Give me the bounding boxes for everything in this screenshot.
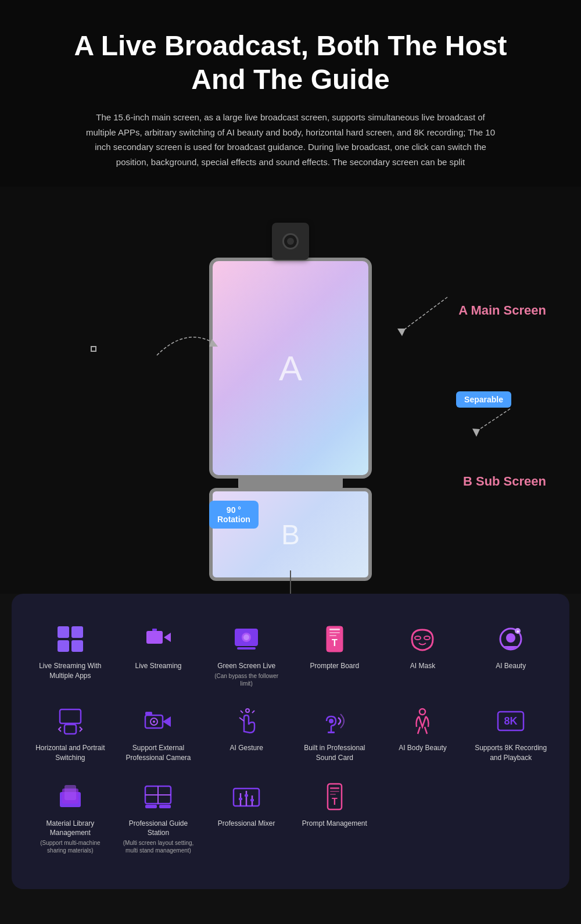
svg-point-22 — [506, 633, 515, 643]
ai-beauty-icon: ✦ — [494, 623, 527, 655]
ai-gesture-label: AI Gesture — [229, 743, 263, 753]
feature-ai-body: AI Body Beauty — [382, 699, 464, 769]
feature-prompt-mgmt: T Prompt Management — [293, 775, 376, 861]
guide-label: Professional Guide Station (Multi screen… — [120, 819, 198, 855]
svg-rect-16 — [329, 632, 340, 633]
svg-rect-55 — [245, 794, 248, 797]
prompt-mgmt-label: Prompt Management — [302, 819, 367, 829]
feature-empty2 — [469, 775, 552, 861]
svg-marker-1 — [472, 429, 480, 437]
features-row2: Horizontal and Portrait Switching Suppor… — [29, 699, 552, 769]
svg-marker-28 — [163, 716, 171, 727]
guide-icon — [142, 780, 174, 813]
features-section: Live Streaming With Multiple Apps Live S… — [12, 594, 569, 889]
svg-rect-31 — [145, 712, 152, 715]
green-screen-icon — [230, 623, 263, 655]
feature-empty1 — [382, 775, 464, 861]
svg-rect-9 — [152, 629, 157, 631]
svg-marker-8 — [164, 633, 171, 642]
prompter-icon: T — [318, 623, 351, 655]
sound-card-label: Built in Professional Sound Card — [296, 743, 374, 763]
svg-rect-48 — [145, 805, 157, 808]
feature-material: Material Library Management (Support mul… — [29, 775, 112, 861]
svg-rect-54 — [239, 798, 242, 800]
feature-horizontal: Horizontal and Portrait Switching — [29, 699, 112, 769]
mixer-label: Professional Mixer — [218, 819, 275, 829]
feature-prompter: T Prompter Board — [293, 617, 376, 693]
horizontal-label: Horizontal and Portrait Switching — [31, 743, 109, 763]
svg-point-34 — [329, 719, 333, 723]
svg-rect-6 — [71, 640, 83, 652]
sound-card-icon — [318, 705, 351, 737]
camera-lens-inner — [287, 238, 294, 245]
features-row3: Material Library Management (Support mul… — [29, 775, 552, 861]
separable-arrow — [464, 403, 522, 438]
svg-rect-59 — [330, 791, 339, 792]
svg-rect-3 — [58, 626, 69, 638]
main-screen-arrow — [383, 286, 453, 344]
feature-ext-camera: Support External Professional Camera — [117, 699, 200, 769]
svg-line-39 — [425, 727, 427, 734]
feature-8k: 8K Supports 8K Recording and Playback — [469, 699, 552, 769]
sub-screen-label: B Sub Screen — [463, 474, 546, 489]
svg-rect-25 — [60, 709, 81, 723]
svg-rect-56 — [250, 799, 254, 801]
live-multi-label: Live Streaming With Multiple Apps — [31, 661, 109, 681]
svg-rect-13 — [237, 647, 256, 650]
svg-text:✦: ✦ — [516, 629, 520, 634]
screen-a: A — [209, 258, 372, 479]
ai-mask-icon — [406, 623, 439, 655]
svg-rect-4 — [71, 626, 83, 638]
svg-text:T: T — [332, 797, 338, 807]
feature-ai-beauty: ✦ AI Beauty — [469, 617, 552, 693]
features-row1: Live Streaming With Multiple Apps Live S… — [29, 617, 552, 693]
svg-point-33 — [246, 709, 249, 712]
feature-mixer: Professional Mixer — [205, 775, 288, 861]
svg-marker-2 — [397, 329, 406, 336]
main-screen-label: A Main Screen — [458, 303, 546, 318]
svg-rect-17 — [329, 635, 336, 636]
ai-body-icon — [406, 705, 439, 737]
rotation-arrow — [151, 315, 221, 361]
subtitle-text: The 15.6-inch main screen, as a large li… — [81, 110, 500, 169]
svg-rect-49 — [159, 805, 171, 808]
header-section: A Live Broadcast, Both The Host And The … — [0, 0, 581, 187]
svg-line-38 — [418, 727, 420, 734]
svg-marker-0 — [209, 339, 218, 347]
svg-rect-5 — [58, 640, 69, 652]
device-section: 90 ° Rotation A Main Screen B Sub Screen… — [0, 187, 581, 594]
material-icon — [54, 780, 87, 813]
svg-point-30 — [153, 720, 155, 723]
svg-rect-44 — [64, 785, 76, 800]
svg-point-20 — [424, 636, 430, 640]
material-label: Material Library Management (Support mul… — [31, 819, 109, 855]
horizontal-icon — [54, 705, 87, 737]
ext-camera-icon — [142, 705, 174, 737]
prompter-label: Prompter Board — [310, 661, 359, 671]
camera-lens — [282, 233, 299, 249]
green-screen-label: Green Screen Live (Can bypass the follow… — [207, 661, 285, 687]
feature-guide: Professional Guide Station (Multi screen… — [117, 775, 200, 861]
svg-rect-58 — [330, 787, 339, 789]
feature-sound-card: Built in Professional Sound Card — [293, 699, 376, 769]
live-streaming-label: Live Streaming — [135, 661, 181, 671]
feature-ai-gesture: AI Gesture — [205, 699, 288, 769]
feature-ai-mask: AI Mask — [382, 617, 464, 693]
svg-text:T: T — [332, 638, 338, 648]
camera-module — [272, 223, 309, 260]
svg-point-19 — [415, 636, 421, 640]
rotation-badge: 90 ° Rotation — [209, 501, 259, 529]
feature-green-screen: Green Screen Live (Can bypass the follow… — [205, 617, 288, 693]
svg-point-37 — [419, 709, 425, 715]
svg-rect-36 — [328, 732, 335, 733]
ai-beauty-label: AI Beauty — [496, 661, 526, 671]
live-streaming-icon — [142, 623, 174, 655]
ai-mask-label: AI Mask — [410, 661, 435, 671]
rotation-indicator — [91, 346, 96, 352]
svg-rect-60 — [330, 794, 336, 795]
live-multi-icon — [54, 623, 87, 655]
svg-rect-15 — [329, 629, 340, 630]
main-title: A Live Broadcast, Both The Host And The … — [46, 29, 535, 96]
8k-label: Supports 8K Recording and Playback — [472, 743, 550, 763]
8k-icon: 8K — [494, 705, 527, 737]
